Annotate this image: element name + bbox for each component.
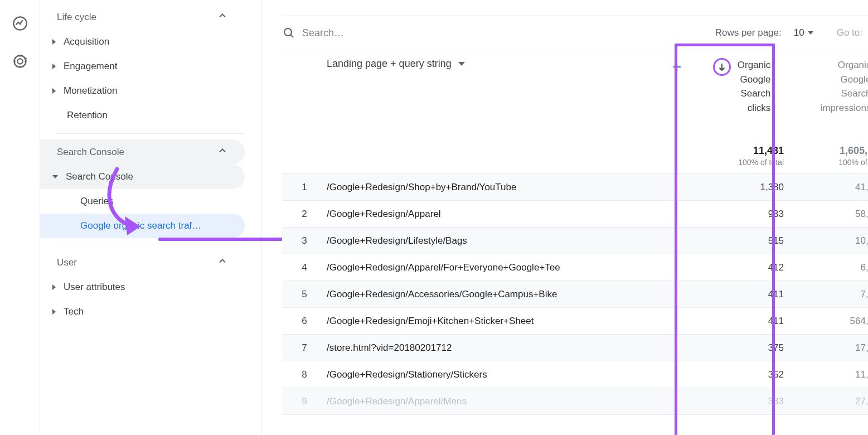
table-row[interactable]: 3/Google+Redesign/Lifestyle/Bags51510,41… xyxy=(282,228,868,254)
row-clicks: 933 xyxy=(695,209,789,220)
table-row[interactable]: 9/Google+Redesign/Apparel/Mens33327,812 xyxy=(282,388,868,415)
metric-line: Google xyxy=(738,72,771,87)
collapse-icon xyxy=(52,175,58,178)
dimension-selector[interactable]: Landing page + query string xyxy=(282,58,672,70)
table-controls: Rows per page: 10 Go to: xyxy=(282,16,868,50)
total-value: 1,605,536 xyxy=(789,145,868,157)
add-dimension-button[interactable]: + xyxy=(672,58,681,76)
nav-label: Retention xyxy=(67,110,108,121)
metric-line: Organic xyxy=(838,58,868,72)
row-page: /Google+Redesign/Apparel/For+Everyone+Go… xyxy=(327,262,695,273)
table-row[interactable]: 1/Google+Redesign/Shop+by+Brand/YouTube1… xyxy=(282,174,868,201)
metric-line: clicks xyxy=(738,101,771,115)
table-row[interactable]: 5/Google+Redesign/Accessories/Google+Cam… xyxy=(282,281,868,308)
section-user[interactable]: User xyxy=(40,250,245,275)
row-page: /Google+Redesign/Apparel xyxy=(327,209,695,220)
total-impressions: 1,605,536 100% of total xyxy=(789,145,868,167)
row-page: /store.html?vid=20180201712 xyxy=(327,342,695,354)
row-impressions: 7,933 xyxy=(789,289,868,300)
nav-search-console[interactable]: Search Console xyxy=(40,165,245,189)
dimension-label: Landing page + query string xyxy=(327,58,452,70)
sort-descending-icon xyxy=(713,58,731,76)
row-clicks: 352 xyxy=(695,369,789,380)
main-content: Rows per page: 10 Go to: Landing page + … xyxy=(262,0,868,435)
nav-retention[interactable]: Retention xyxy=(40,103,245,128)
nav-label: Monetization xyxy=(64,85,117,96)
rows-per-page-label: Rows per page: xyxy=(715,27,782,38)
expand-icon xyxy=(52,39,56,45)
metric-line: Search xyxy=(841,86,868,101)
totals-row: 11,431 100% of total 1,605,536 100% of t… xyxy=(282,123,868,174)
row-impressions: 17,417 xyxy=(789,342,868,354)
nav-user-attributes[interactable]: User attributes xyxy=(40,275,245,299)
nav-label: Search Console xyxy=(66,171,133,182)
table-row[interactable]: 7/store.html?vid=2018020171237517,417 xyxy=(282,335,868,361)
dropdown-icon xyxy=(808,31,813,35)
section-label: Search Console xyxy=(57,147,217,158)
row-number: 1 xyxy=(282,182,327,193)
nav-label: Engagement xyxy=(64,61,117,72)
svg-point-3 xyxy=(284,28,292,36)
sidebar: Life cycle Acquisition Engagement Moneti… xyxy=(40,0,262,435)
expand-icon xyxy=(52,309,56,315)
nav-label: Google organic search traf… xyxy=(80,220,201,231)
nav-queries[interactable]: Queries xyxy=(40,189,245,214)
chevron-up-icon xyxy=(217,255,228,269)
total-sub: 100% of total xyxy=(695,158,784,167)
row-clicks: 375 xyxy=(695,342,789,354)
metric-header-clicks[interactable]: Organic Google Search clicks xyxy=(681,58,776,115)
nav-label: User attributes xyxy=(64,282,125,293)
search-input[interactable] xyxy=(302,27,709,39)
row-clicks: 1,380 xyxy=(695,182,789,193)
row-number: 6 xyxy=(282,316,327,327)
row-number: 9 xyxy=(282,396,327,407)
expand-icon xyxy=(52,284,56,290)
section-label: User xyxy=(57,257,217,268)
total-value: 11,431 xyxy=(695,145,784,157)
expand-icon xyxy=(52,64,56,69)
nav-label: Acquisition xyxy=(64,36,109,47)
section-life-cycle[interactable]: Life cycle xyxy=(40,4,245,30)
table-row[interactable]: 8/Google+Redesign/Stationery/Stickers352… xyxy=(282,361,868,388)
section-search-console[interactable]: Search Console xyxy=(40,139,245,165)
total-clicks: 11,431 100% of total xyxy=(695,145,789,167)
nav-label: Queries xyxy=(80,196,114,207)
row-clicks: 411 xyxy=(695,316,789,327)
row-clicks: 515 xyxy=(695,235,789,246)
rows-per-page-value: 10 xyxy=(794,27,804,38)
row-page: /Google+Redesign/Accessories/Google+Camp… xyxy=(327,289,695,300)
nav-organic-traffic[interactable]: Google organic search traf… xyxy=(40,214,245,238)
metric-line: Google xyxy=(841,72,868,87)
row-number: 2 xyxy=(282,209,327,220)
metric-header-impressions[interactable]: Organic Google Search impressions xyxy=(776,58,868,115)
row-number: 3 xyxy=(282,235,327,246)
explore-icon[interactable] xyxy=(12,54,28,69)
chevron-up-icon xyxy=(217,10,228,24)
row-impressions: 58,187 xyxy=(789,209,868,220)
metric-line: Organic xyxy=(738,58,771,72)
goto-label: Go to: xyxy=(837,27,862,38)
nav-label: Tech xyxy=(64,306,84,317)
nav-acquisition[interactable]: Acquisition xyxy=(40,30,245,54)
icon-rail xyxy=(0,0,40,435)
row-clicks: 333 xyxy=(695,396,789,407)
nav-tech[interactable]: Tech xyxy=(40,299,245,324)
svg-point-1 xyxy=(14,56,26,67)
row-clicks: 411 xyxy=(695,289,789,300)
rows-per-page-select[interactable]: 10 xyxy=(794,27,813,38)
nav-engagement[interactable]: Engagement xyxy=(40,54,245,79)
row-page: /Google+Redesign/Stationery/Stickers xyxy=(327,369,695,380)
row-impressions: 11,100 xyxy=(789,369,868,380)
reports-icon[interactable] xyxy=(12,16,28,31)
row-impressions: 10,410 xyxy=(789,235,868,246)
table-row[interactable]: 4/Google+Redesign/Apparel/For+Everyone+G… xyxy=(282,254,868,281)
table-row[interactable]: 6/Google+Redesign/Emoji+Kitchen+Sticker+… xyxy=(282,308,868,335)
row-page: /Google+Redesign/Lifestyle/Bags xyxy=(327,235,695,246)
nav-monetization[interactable]: Monetization xyxy=(40,79,245,103)
search-icon[interactable] xyxy=(282,26,295,40)
data-table: Landing page + query string + Organic Go… xyxy=(282,50,868,415)
table-row[interactable]: 2/Google+Redesign/Apparel93358,187 xyxy=(282,201,868,228)
divider xyxy=(57,244,245,244)
total-sub: 100% of total xyxy=(789,158,868,167)
row-page: /Google+Redesign/Shop+by+Brand/YouTube xyxy=(327,182,695,193)
